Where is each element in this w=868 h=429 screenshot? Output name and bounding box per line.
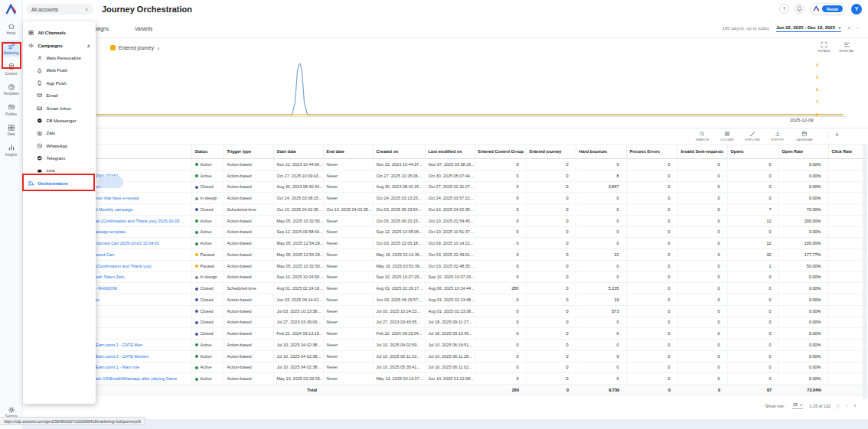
legend-label: Entered journey: [119, 45, 154, 50]
next-page-icon[interactable]: ›: [854, 403, 856, 408]
user-avatar[interactable]: Y: [851, 4, 862, 15]
column-header-hard-bounces[interactable]: Hard bounces: [576, 145, 626, 159]
status-dot: [195, 174, 198, 177]
column-header-entered-journey[interactable]: Entered journey: [526, 145, 576, 159]
search-icon: [699, 131, 705, 138]
chart-x-tick-label: 2025-12-09: [790, 118, 814, 122]
collapse-chart-button[interactable]: ∧: [827, 131, 839, 138]
table-row: Closed Action-based Jul 27, 2023 03:39:0…: [23, 317, 868, 328]
column-header-created-on[interactable]: Created on: [373, 145, 425, 159]
prev-page-icon[interactable]: ‹: [846, 403, 847, 408]
expand-button[interactable]: EXPAND: [818, 41, 831, 53]
sidebar-item-label: Marketing: [4, 51, 19, 55]
page-size-select[interactable]: 25 ∨: [792, 402, 803, 409]
status-dot: [195, 265, 198, 268]
column-header-trigger-type[interactable]: Trigger type: [224, 145, 273, 159]
column-header-last-modified-on[interactable]: Last modified on: [425, 145, 475, 159]
column-button[interactable]: COLUMN: [720, 131, 734, 141]
table-row: mer that have e-receipt In design Action…: [23, 193, 868, 204]
table-row: Closed Action-based Feb 22, 2024 09:13:1…: [23, 328, 868, 340]
first-page-icon[interactable]: |‹: [837, 403, 840, 408]
y-axis-tick: 1: [816, 99, 818, 104]
column-icon: [724, 131, 730, 138]
menu-item-whatsapp[interactable]: WhatsApp: [23, 140, 96, 152]
table-row: Earn point 2 - CATE Men Active Action-ba…: [23, 340, 868, 351]
tab-variants[interactable]: Variants: [135, 26, 152, 31]
table-row: (Confirmation and Thank you) Paused Acti…: [23, 260, 868, 271]
menu-item-line[interactable]: Line: [23, 164, 96, 177]
antsomi-logo-icon[interactable]: [0, 0, 22, 18]
menu-item-label: Web Personalize: [47, 56, 81, 60]
sidebar-item-content[interactable]: Content: [2, 60, 21, 77]
table-row: atsapp template Active Action-based Sep …: [23, 226, 868, 238]
menu-item-label: Email: [47, 93, 58, 98]
status-dot: [195, 242, 198, 245]
data-icon: [8, 124, 15, 132]
table-row: esh Token Zalo In design Action-based Se…: [23, 271, 868, 283]
range-next-button[interactable]: ›: [857, 25, 859, 31]
sidebar-item-insights[interactable]: Insights: [2, 141, 21, 158]
export-button[interactable]: EXPORT: [772, 131, 785, 141]
column-header-start-date[interactable]: Start date: [273, 145, 323, 159]
column-header-opens[interactable]: Opens: [727, 145, 778, 159]
menu-item-label: All Channels: [38, 31, 66, 35]
help-button[interactable]: ?: [779, 4, 789, 14]
status-dot: [195, 321, 198, 324]
menu-item-all-channels[interactable]: All Channels: [23, 27, 96, 39]
sidebar-item-home[interactable]: Home: [2, 20, 21, 37]
table-row: ZMA DEMO Active Action-based Oct 27, 202…: [23, 170, 868, 181]
menu-item-zalo[interactable]: Zalo: [23, 127, 96, 139]
browser-status-url: https://cdp.antsomi.com/gen2/564800637/1…: [0, 417, 145, 425]
notifications-button[interactable]: [795, 4, 804, 14]
sidebar-item-marketing[interactable]: Marketing: [2, 41, 21, 57]
sidebar-item-profiles[interactable]: Profiles: [2, 101, 21, 118]
menu-item-smart-inbox[interactable]: Smart Inbox: [23, 102, 96, 114]
explore-button[interactable]: EXPLORE: [746, 131, 760, 141]
page-title: Journey Orchestration: [102, 5, 192, 14]
menu-item-app-push[interactable]: App Push: [23, 77, 96, 89]
table-scrollbar[interactable]: [863, 144, 867, 399]
journey-chart-panel: Entered journey ∨ EXPAND INTERVAL 43210 …: [23, 38, 868, 128]
column-header-end-date[interactable]: End date: [323, 145, 373, 159]
column-header-process-errors[interactable]: Process Errors: [626, 145, 677, 159]
menu-item-campaigns[interactable]: Campaigns ∧: [23, 39, 96, 51]
interval-button[interactable]: INTERVAL: [839, 41, 854, 53]
search-button[interactable]: SEARCH: [696, 131, 709, 141]
menu-item-fb-messenger[interactable]: FB Messenger: [23, 115, 96, 127]
web-push-icon: [37, 68, 43, 74]
menu-item-web-personalize[interactable]: Web Personalize: [23, 52, 96, 64]
chevron-down-icon: ∨: [800, 403, 802, 407]
sidebar-item-label: Data: [8, 132, 15, 136]
date-range-picker[interactable]: Jun 22, 2025 - Dec 18, 2025 ∨: [776, 25, 841, 32]
status-dot: [195, 208, 198, 211]
column-header-entered-control-group[interactable]: Entered Control Group: [475, 145, 526, 159]
table-row: Closed Action-based Jul 03, 2025 10:23:3…: [23, 305, 868, 317]
app-sidebar: Home Marketing Content Templates Profile…: [0, 0, 23, 429]
environment-switcher[interactable]: Retail: [810, 3, 846, 15]
menu-item-web-push[interactable]: Web Push: [23, 64, 96, 76]
status-cell: Active: [191, 373, 224, 385]
status-dot: [195, 186, 198, 189]
menu-item-label: Campaigns: [38, 44, 63, 48]
column-header-open-rate[interactable]: Open Rate: [778, 145, 828, 159]
column-header-status[interactable]: Status: [191, 145, 224, 159]
menu-item-telegram[interactable]: Telegram: [23, 152, 96, 164]
menu-item-orchestration[interactable]: Orchestration: [23, 177, 96, 190]
range-prev-button[interactable]: ‹: [848, 25, 850, 31]
table-row: Active Action-based Nov 22, 2023 10:44:0…: [23, 159, 868, 171]
menu-item-email[interactable]: Email: [23, 89, 96, 102]
status-cell: Active: [191, 362, 224, 373]
chart-legend[interactable]: Entered journey ∨: [110, 45, 160, 50]
table-toolbar: SEARCH COLUMN EXPLORE EXPORT CALENDAR ∧: [23, 128, 868, 144]
sidebar-item-templates[interactable]: Templates: [2, 81, 21, 98]
column-header-invalid-sent-requests[interactable]: Invalid Sent-requests: [677, 145, 727, 159]
account-selector[interactable]: All accounts ∨: [26, 4, 93, 15]
date-range-controls: 180 day(s), up to today Jun 22, 2025 - D…: [723, 25, 859, 32]
journey-table: StatusTrigger typeStart dateEnd dateCrea…: [23, 144, 868, 395]
status-cell: Active: [191, 340, 224, 351]
sidebar-nav: Home Marketing Content Templates Profile…: [0, 20, 22, 158]
calendar-button[interactable]: CALENDAR: [796, 131, 813, 141]
menu-item-label: Smart Inbox: [47, 106, 71, 111]
status-cell: Active: [191, 215, 224, 226]
sidebar-item-data[interactable]: Data: [2, 122, 21, 138]
